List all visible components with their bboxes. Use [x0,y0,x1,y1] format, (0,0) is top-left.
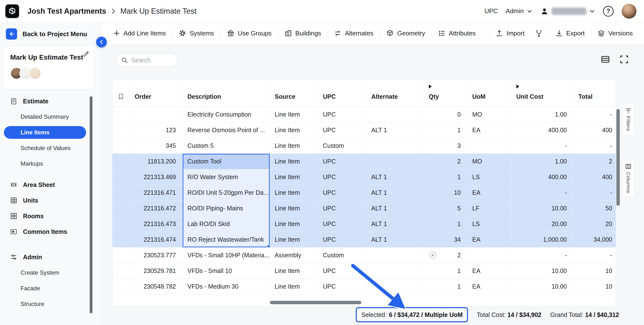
cell-description[interactable]: RO/DI Unit 5-20gpm Per Da... [182,185,270,200]
cell-alternate[interactable]: ALT 1 [366,122,424,138]
cell-qty[interactable]: 1 [424,279,467,294]
cell-order[interactable]: 221316.473 [130,216,182,232]
sidebar-item-estimate[interactable]: Estimate [4,93,86,109]
admin-menu[interactable]: Admin [506,7,532,15]
cell-upc[interactable]: UPC [318,200,366,216]
cell-alternate[interactable]: ALT 1 [366,185,424,200]
cell-total[interactable]: 2 [573,153,616,169]
cell-uom[interactable] [467,138,511,153]
expand-group-icon[interactable] [516,84,519,88]
horizontal-scrollbar[interactable] [270,301,361,304]
breadcrumb-project[interactable]: Josh Test Apartments [28,7,106,16]
table-row[interactable]: 345Custom 5Line ItemCustom3-- [112,138,616,153]
cell-total[interactable]: 10 [573,279,616,294]
cell-unit_cost[interactable]: 1.00 [511,106,573,122]
cell-qty[interactable]: 0 [424,106,467,122]
table-row[interactable]: 221316.471RO/DI Unit 5-20gpm Per Da...Li… [112,185,616,200]
column-header-unit-cost[interactable]: Unit Cost [511,79,573,106]
cell-total[interactable]: - [573,247,616,263]
cell-order[interactable]: 221316.474 [130,232,182,247]
cell-flag[interactable] [112,153,130,169]
cell-flag[interactable] [112,138,130,153]
cell-qty[interactable]: 1 [424,122,467,138]
sidebar-item-schedule-of-values[interactable]: Schedule of Values [4,140,86,156]
cell-unit_cost[interactable]: - [511,138,573,153]
cell-order[interactable]: 230529.781 [130,263,182,279]
cell-order[interactable]: 230548.782 [130,279,182,294]
table-row[interactable]: Electricity ConsumptionLine ItemUPC0MO1.… [112,106,616,122]
column-header-upc[interactable]: UPC [318,79,366,106]
cell-uom[interactable]: EA [467,185,511,200]
cell-unit_cost[interactable]: - [511,247,573,263]
cell-flag[interactable] [112,122,130,138]
help-button[interactable]: ? [603,6,614,17]
cell-unit_cost[interactable]: 10.00 [511,279,573,294]
column-header-total[interactable]: Total [573,79,616,106]
vertical-scrollbar[interactable] [616,109,620,206]
cell-uom[interactable]: MO [467,153,511,169]
cell-upc[interactable]: UPC [318,153,366,169]
cell-alternate[interactable] [366,247,424,263]
cell-upc[interactable]: UPC [318,263,366,279]
sidebar-item-admin[interactable]: Admin [4,249,86,265]
cell-order[interactable]: 221316.471 [130,185,182,200]
cell-description[interactable]: RO/DI Piping- Mains [182,200,270,216]
systems-button[interactable]: Systems [173,26,219,40]
cell-flag[interactable] [112,216,130,232]
sidebar-item-units[interactable]: Units [4,193,86,208]
sidebar-item-facade[interactable]: Facade [4,281,86,296]
user-avatar[interactable] [622,4,637,19]
cell-description[interactable]: VFDs - Small 10 [182,263,270,279]
cell-alternate[interactable] [366,153,424,169]
cell-description[interactable]: R/O Water System [182,169,270,185]
cell-order[interactable]: 11813.200 [130,153,182,169]
attributes-button[interactable]: Attributes [433,26,481,40]
cell-total[interactable]: - [573,106,616,122]
sidebar-item-area-sheet[interactable]: Area Sheet [4,177,86,193]
back-to-project-menu[interactable]: Back to Project Menu [6,28,87,39]
versions-button[interactable]: Versions [592,26,638,40]
cell-order[interactable] [130,106,182,122]
cell-uom[interactable]: EA [467,279,511,294]
cell-qty[interactable]: 2 [424,247,467,263]
cell-unit_cost[interactable]: 1,000.00 [511,232,573,247]
cell-alternate[interactable] [366,138,424,153]
cell-upc[interactable]: Custom [318,138,366,153]
sidebar-item-rooms[interactable]: Rooms [4,208,86,224]
table-row[interactable]: 221316.473Lab RO/DI SkidLine ItemUPCALT … [112,216,616,232]
cell-unit_cost[interactable]: 400.00 [511,122,573,138]
cell-flag[interactable] [112,247,130,263]
use-groups-button[interactable]: Use Groups [222,26,277,40]
cell-upc[interactable]: UPC [318,122,366,138]
cell-total[interactable]: 50 [573,200,616,216]
cell-flag[interactable] [112,200,130,216]
table-row[interactable]: 123Reverse Osmosis Point of ...Line Item… [112,122,616,138]
cell-alternate[interactable]: ALT 1 [366,200,424,216]
cell-source[interactable]: Assembly [270,247,318,263]
table-row[interactable]: 230523.777VFDs - Small 10HP (Materia...A… [112,247,616,263]
cell-qty[interactable]: 3 [424,138,467,153]
cell-unit_cost[interactable]: 10.00 [511,263,573,279]
cell-unit_cost[interactable]: 1.00 [511,153,573,169]
cell-uom[interactable]: MO [467,106,511,122]
filters-panel-tab[interactable]: Filters [623,104,634,135]
cell-order[interactable]: 123 [130,122,182,138]
cell-description[interactable]: Lab RO/DI Skid [182,216,270,232]
cell-description[interactable]: Custom 5 [182,138,270,153]
cell-total[interactable]: 400 [573,122,616,138]
app-logo[interactable] [6,4,19,18]
sidebar-item-structure[interactable]: Structure [4,296,86,312]
cell-description[interactable]: Electricity Consumption [182,106,270,122]
search-input[interactable] [131,57,168,64]
cell-total[interactable]: 400 [573,169,616,185]
cell-unit_cost[interactable]: 400.00 [511,169,573,185]
cell-flag[interactable] [112,169,130,185]
cell-order[interactable]: 221313.469 [130,169,182,185]
fullscreen-button[interactable] [620,54,629,65]
sidebar-collapse-button[interactable] [96,37,107,47]
cell-order[interactable]: 221316.472 [130,200,182,216]
flag-column-header[interactable] [112,79,130,106]
table-row[interactable]: 230548.782VFDs - Medium 30Line ItemUPC1E… [112,279,616,294]
cell-source[interactable]: Line Item [270,216,318,232]
table-view-button[interactable] [600,54,610,65]
